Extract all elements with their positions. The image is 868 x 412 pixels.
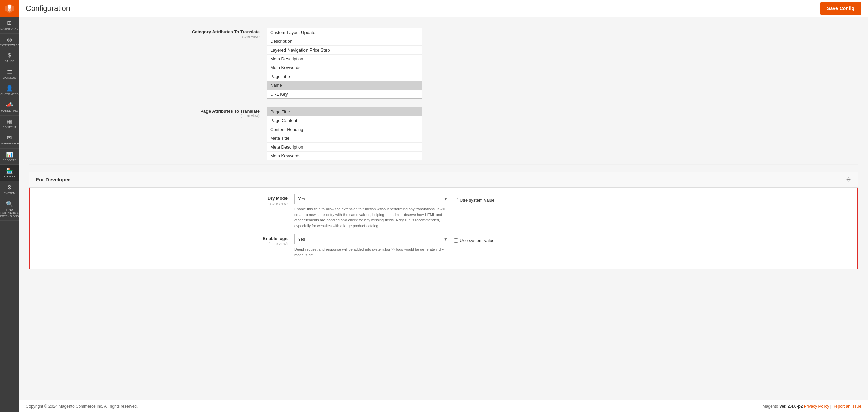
sidebar-item-dashboard[interactable]: ⊞ DASHBOARD xyxy=(0,17,19,34)
category-attributes-control-col: Custom Layout Update Description Layered… xyxy=(267,28,851,99)
dry-mode-system-label[interactable]: Use system value xyxy=(460,198,495,203)
dry-mode-system-value-wrapper: Use system value xyxy=(454,195,495,203)
content-area: Category Attributes To Translate (store … xyxy=(19,17,868,400)
sidebar-item-catalog[interactable]: ☰ CATALOG xyxy=(0,66,19,83)
page-listbox-item-page-title[interactable]: Page Title xyxy=(267,107,422,116)
page-attributes-sublabel: (store view) xyxy=(36,114,260,118)
enable-logs-system-checkbox[interactable] xyxy=(454,238,458,243)
enable-logs-system-label[interactable]: Use system value xyxy=(460,238,495,243)
page-title: Configuration xyxy=(26,4,70,13)
enable-logs-select[interactable]: Yes No xyxy=(294,234,450,244)
save-config-button[interactable]: Save Config xyxy=(820,2,861,15)
category-attributes-label-col: Category Attributes To Translate (store … xyxy=(36,28,267,38)
enable-logs-system-value-wrapper: Use system value xyxy=(454,235,495,243)
sidebar-item-extendware[interactable]: ◎ EXTENDWARE xyxy=(0,34,19,50)
dry-mode-label-col: Dry Mode (store view) xyxy=(37,194,294,206)
page-listbox-item-content-heading[interactable]: Content Heading xyxy=(267,125,422,134)
page-attributes-row: Page Attributes To Translate (store view… xyxy=(29,103,858,165)
sidebar-item-system[interactable]: ⚙ SYSTEM xyxy=(0,181,19,198)
footer-right: Magento ver. 2.4.6-p2 Privacy Policy | R… xyxy=(763,404,861,409)
category-attributes-listbox[interactable]: Custom Layout Update Description Layered… xyxy=(267,28,422,99)
page-listbox-item-meta-keywords[interactable]: Meta Keywords xyxy=(267,152,422,160)
dry-mode-system-checkbox[interactable] xyxy=(454,198,458,202)
system-icon: ⚙ xyxy=(7,184,12,191)
page-listbox-item-page-content[interactable]: Page Content xyxy=(267,116,422,125)
main-content: Configuration Save Config Category Attri… xyxy=(19,0,868,412)
sidebar-item-content[interactable]: ▦ CONTENT xyxy=(0,116,19,132)
dry-mode-sublabel: (store view) xyxy=(268,201,288,205)
page-attributes-control-col: Page Title Page Content Content Heading … xyxy=(267,107,851,160)
page-attributes-label: Page Attributes To Translate xyxy=(36,109,260,114)
sidebar-item-marketing[interactable]: 📣 MARKETING xyxy=(0,99,19,116)
page-listbox-item-meta-description[interactable]: Meta Description xyxy=(267,143,422,152)
listbox-item-layered-nav[interactable]: Layered Navigation Price Step xyxy=(267,46,422,55)
category-attributes-row: Category Attributes To Translate (store … xyxy=(29,24,858,103)
dry-mode-select-wrapper: Yes No ▼ xyxy=(294,194,450,204)
magento-version: ver. 2.4.6-p2 xyxy=(780,404,804,409)
stores-icon: 🏪 xyxy=(6,168,13,174)
enable-logs-select-wrapper: Yes No ▼ xyxy=(294,234,450,244)
page-attributes-listbox[interactable]: Page Title Page Content Content Heading … xyxy=(267,107,422,160)
category-attributes-sublabel: (store view) xyxy=(36,34,260,38)
magento-logo[interactable] xyxy=(0,0,19,17)
find-partners-icon: 🔍 xyxy=(6,201,13,207)
sidebar-item-reports[interactable]: 📊 REPORTS xyxy=(0,149,19,165)
content-icon: ▦ xyxy=(7,118,12,125)
for-developer-header[interactable]: For Developer ⊖ xyxy=(29,172,858,188)
for-developer-wrapper: For Developer ⊖ Dry Mode (store view) xyxy=(29,172,858,269)
sidebar-item-cleverreach[interactable]: ✉ CLEVERREACH® xyxy=(0,132,19,149)
marketing-icon: 📣 xyxy=(6,102,13,108)
listbox-item-meta-keywords[interactable]: Meta Keywords xyxy=(267,63,422,72)
for-developer-title: For Developer xyxy=(36,177,70,182)
listbox-item-url-key[interactable]: URL Key xyxy=(267,90,422,98)
magento-label: Magento xyxy=(763,404,778,409)
listbox-item-custom-layout[interactable]: Custom Layout Update xyxy=(267,28,422,37)
page-attributes-label-col: Page Attributes To Translate (store view… xyxy=(36,107,267,118)
catalog-icon: ☰ xyxy=(7,69,12,75)
sales-icon: $ xyxy=(8,53,11,59)
enable-logs-description: Deepl request and response will be added… xyxy=(294,247,450,258)
listbox-item-description[interactable]: Description xyxy=(267,37,422,46)
enable-logs-label-col: Enable logs (store view) xyxy=(37,234,294,246)
sidebar-item-find-partners[interactable]: 🔍 FIND PARTNERS & EXTENSIONS xyxy=(0,198,19,221)
customers-icon: 👤 xyxy=(6,85,13,92)
dry-mode-description: Enable this field to allow the extension… xyxy=(294,206,450,229)
developer-inner: Dry Mode (store view) Yes No xyxy=(30,188,857,269)
cleverreach-icon: ✉ xyxy=(7,135,12,141)
dry-mode-select[interactable]: Yes No xyxy=(294,194,450,204)
listbox-item-name[interactable]: Name xyxy=(267,81,422,90)
reports-icon: 📊 xyxy=(6,151,13,158)
sidebar: ⊞ DASHBOARD ◎ EXTENDWARE $ SALES ☰ CATAL… xyxy=(0,0,19,412)
dry-mode-label: Dry Mode xyxy=(268,196,288,201)
dry-mode-control-col: Yes No ▼ Use system value xyxy=(294,194,850,229)
footer: Copyright © 2024 Magento Commerce Inc. A… xyxy=(19,400,868,412)
topbar: Configuration Save Config xyxy=(19,0,868,17)
sidebar-item-sales[interactable]: $ SALES xyxy=(0,50,19,66)
listbox-item-meta-description[interactable]: Meta Description xyxy=(267,55,422,63)
enable-logs-row: Enable logs (store view) Yes xyxy=(37,234,850,258)
enable-logs-sublabel: (store view) xyxy=(268,242,288,246)
report-issue-link[interactable]: Report an Issue xyxy=(832,404,861,409)
dry-mode-row: Dry Mode (store view) Yes No xyxy=(37,194,850,229)
collapse-button[interactable]: ⊖ xyxy=(846,176,851,183)
sidebar-item-customers[interactable]: 👤 CUSTOMERS xyxy=(0,82,19,99)
extendware-icon: ◎ xyxy=(7,36,12,43)
dashboard-icon: ⊞ xyxy=(7,20,12,26)
enable-logs-control-col: Yes No ▼ Use system value xyxy=(294,234,850,258)
listbox-item-page-title[interactable]: Page Title xyxy=(267,72,422,81)
footer-copyright: Copyright © 2024 Magento Commerce Inc. A… xyxy=(26,404,138,409)
category-attributes-label: Category Attributes To Translate xyxy=(36,29,260,34)
enable-logs-label: Enable logs xyxy=(263,236,288,241)
sidebar-item-stores[interactable]: 🏪 STORES xyxy=(0,165,19,181)
developer-section: Dry Mode (store view) Yes No xyxy=(29,188,858,269)
privacy-policy-link[interactable]: Privacy Policy xyxy=(804,404,829,409)
page-listbox-item-meta-title[interactable]: Meta Title xyxy=(267,134,422,143)
